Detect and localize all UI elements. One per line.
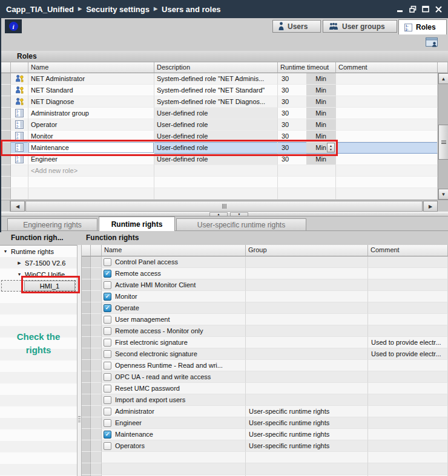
frow-gutter[interactable] [82, 463, 91, 475]
function-right-row-operate[interactable]: ✓Operate [82, 302, 448, 314]
role-comment-cell[interactable] [336, 154, 438, 165]
role-comment-cell[interactable] [336, 142, 438, 154]
minimize-button[interactable] [396, 5, 404, 13]
role-timeout-cell[interactable]: 30Min [278, 96, 336, 108]
frow-gutter[interactable] [82, 360, 91, 371]
row-gutter[interactable] [0, 85, 11, 96]
tree-item-label[interactable]: Runtime rights [11, 248, 54, 255]
function-right-row-control-panel-access[interactable]: Control Panel access [82, 256, 448, 268]
role-comment-cell[interactable] [336, 188, 438, 200]
frow-gutter[interactable] [82, 417, 91, 429]
checkbox-unchecked[interactable] [104, 339, 111, 347]
splitter-collapse-down-button[interactable]: ▼ [230, 212, 248, 217]
function-right-row-administrator[interactable]: AdministratorUser-specific runtime right… [82, 406, 448, 417]
maximize-button[interactable] [421, 5, 430, 13]
role-description-cell[interactable] [154, 165, 278, 177]
row-gutter[interactable] [0, 177, 11, 188]
role-description-cell[interactable]: User-defined role [154, 119, 278, 131]
role-timeout-cell[interactable]: 30Min [278, 85, 336, 96]
scroll-up-button[interactable]: ▲ [438, 73, 448, 84]
checkbox-unchecked[interactable] [104, 258, 111, 266]
scroll-thumb[interactable] [438, 125, 448, 160]
timeout-unit-dropdown[interactable]: Min [306, 96, 335, 107]
role-row-net-diagnose[interactable]: NET DiagnoseSystem-defined role "NET Dia… [0, 96, 438, 108]
column-header-comment[interactable]: Comment [336, 62, 438, 73]
checkbox-checked[interactable]: ✓ [104, 293, 111, 301]
scroll-down-button[interactable]: ▼ [438, 189, 448, 200]
checkbox-unchecked[interactable] [104, 442, 111, 450]
role-name-cell[interactable] [28, 188, 154, 200]
frow-gutter[interactable] [82, 406, 91, 417]
role-timeout-cell[interactable] [278, 188, 336, 200]
checkbox-unchecked[interactable] [104, 408, 111, 416]
function-right-row-remote-access-monitor-only[interactable]: Remote access - Monitor only [82, 325, 448, 337]
checkbox-unchecked[interactable] [104, 281, 111, 289]
fcolumn-header-comment[interactable]: Comment [368, 245, 448, 256]
breadcrumb-item[interactable]: Capp_TIA_Unified [6, 5, 74, 14]
frow-gutter[interactable] [82, 256, 91, 268]
function-right-row-user-management[interactable]: User management [82, 314, 448, 325]
role-comment-cell[interactable] [336, 73, 438, 85]
tab-roles[interactable]: 1-2- Roles [398, 19, 447, 34]
roles-horizontal-scrollbar[interactable]: ◀ ▶ [0, 200, 448, 212]
frow-gutter[interactable] [82, 348, 91, 360]
timeout-unit-dropdown[interactable]: Min [306, 73, 335, 84]
row-gutter[interactable] [0, 188, 11, 200]
role-timeout-cell[interactable]: 30Min [278, 119, 336, 131]
timeout-value[interactable]: 30 [278, 85, 289, 96]
checkbox-checked[interactable]: ✓ [104, 431, 111, 439]
timeout-value[interactable]: 30 [278, 96, 289, 107]
frow-gutter[interactable] [82, 440, 91, 452]
timeout-unit-dropdown[interactable]: Min [306, 108, 335, 119]
role-name-cell[interactable]: <Add new role> [28, 165, 154, 177]
tab-user-groups[interactable]: User groups [323, 20, 397, 33]
row-gutter[interactable] [0, 119, 11, 131]
row-gutter[interactable] [0, 165, 11, 177]
timeout-value[interactable]: 30 [278, 108, 289, 119]
role-row-operator[interactable]: 1-2-OperatorUser-defined role30Min [0, 119, 438, 131]
restore-button[interactable] [409, 5, 417, 13]
role-row-net-administrator[interactable]: NET AdministratorSystem-defined role "NE… [0, 73, 438, 85]
checkbox-unchecked[interactable] [104, 373, 111, 381]
checkbox-unchecked[interactable] [104, 316, 111, 324]
frow-gutter[interactable] [82, 325, 91, 337]
breadcrumb[interactable]: Capp_TIA_Unified▶Security settings▶Users… [0, 5, 221, 14]
role-comment-cell[interactable] [336, 85, 438, 96]
checkbox-unchecked[interactable] [104, 385, 111, 393]
timeout-unit-dropdown[interactable]: Min [306, 119, 335, 130]
function-right-row-opc-ua-read-and-write-access[interactable]: OPC UA - read and write access [82, 371, 448, 383]
row-gutter[interactable] [0, 108, 11, 119]
timeout-value[interactable]: 30 [278, 119, 289, 130]
role-timeout-cell[interactable]: 30Min [278, 73, 336, 85]
breadcrumb-item[interactable]: Security settings [86, 5, 150, 14]
row-gutter[interactable] [0, 73, 11, 85]
role-comment-cell[interactable] [336, 165, 438, 177]
scroll-right-button[interactable]: ▶ [423, 201, 438, 212]
frow-gutter[interactable] [82, 279, 91, 291]
frow-gutter[interactable] [82, 394, 91, 406]
frow-gutter[interactable] [82, 291, 91, 302]
role-description-cell[interactable]: User-defined role [154, 108, 278, 119]
role-timeout-cell[interactable]: 30Min [278, 108, 336, 119]
splitter-collapse-up-button[interactable]: ▲ [209, 212, 228, 217]
role-comment-cell[interactable] [336, 96, 438, 108]
role-name-cell[interactable]: Operator [28, 119, 154, 131]
function-right-row-maintenance[interactable]: ✓MaintenanceUser-specific runtime rights [82, 429, 448, 440]
role-comment-cell[interactable] [336, 108, 438, 119]
role-name-cell[interactable]: NET Standard [28, 85, 154, 96]
role-timeout-cell[interactable] [278, 177, 336, 188]
hscroll-thumb[interactable] [25, 201, 423, 212]
checkbox-unchecked[interactable] [104, 350, 111, 358]
frow-gutter[interactable] [82, 302, 91, 314]
column-header-name[interactable]: Name [28, 62, 154, 73]
function-right-row-activate-hmi-monitor-client[interactable]: Activate HMI Monitor Client [82, 279, 448, 291]
role-description-cell[interactable] [154, 188, 278, 200]
function-right-row-monitor[interactable]: ✓Monitor [82, 291, 448, 302]
function-right-row-import-and-export-users[interactable]: Import and export users [82, 394, 448, 406]
tree-item-label[interactable]: S7-1500 V2.6 [25, 259, 65, 267]
checkbox-checked[interactable]: ✓ [104, 304, 111, 312]
breadcrumb-item[interactable]: Users and roles [162, 5, 221, 14]
role-description-cell[interactable]: System-defined role "NET Diagnos... [154, 96, 278, 108]
role-comment-cell[interactable] [336, 177, 438, 188]
tab-users[interactable]: Users [272, 20, 321, 33]
